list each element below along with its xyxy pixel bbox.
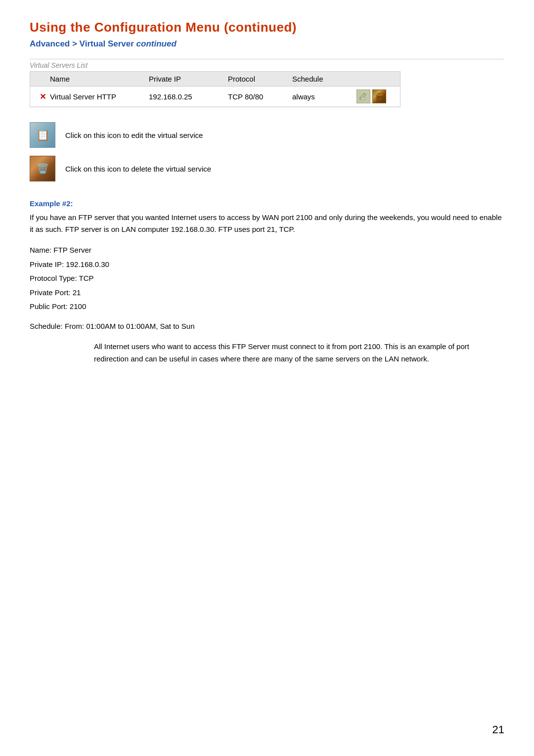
detail-name: Name: FTP Server xyxy=(30,243,504,258)
edit-icon-box xyxy=(30,122,55,148)
svg-rect-5 xyxy=(376,94,383,95)
row-actions xyxy=(356,89,386,103)
delete-icon-box xyxy=(30,156,55,181)
table-col-name: Name xyxy=(50,75,149,83)
example2-note: All Internet users who want to access th… xyxy=(94,340,504,365)
edit-icon-description: Click on this icon to edit the virtual s… xyxy=(65,131,203,139)
page-number: 21 xyxy=(492,723,504,736)
delete-action-icon[interactable] xyxy=(372,89,386,103)
row-server-name: Virtual Server HTTP xyxy=(50,92,149,101)
table-row: ✕ Virtual Server HTTP 192.168.0.25 TCP 8… xyxy=(30,87,400,107)
row-protocol: TCP 80/80 xyxy=(228,92,292,101)
edit-icon-desc-row: Click on this icon to edit the virtual s… xyxy=(30,122,504,148)
x-mark-icon: ✕ xyxy=(40,92,46,101)
table-header-row: Name Private IP Protocol Schedule xyxy=(30,72,400,87)
delete-trash-icon xyxy=(374,91,384,101)
delete-icon-large xyxy=(30,156,55,181)
detail-private-ip: Private IP: 192.168.0.30 xyxy=(30,258,504,272)
example2-section: Example #2: If you have an FTP server th… xyxy=(30,199,504,365)
row-checkbox-icon[interactable]: ✕ xyxy=(35,92,50,101)
subtitle-italic: continued xyxy=(134,39,177,48)
page-subtitle: Advanced > Virtual Server continued xyxy=(30,39,504,49)
delete-icon-desc-row: Click on this icon to delete the virtual… xyxy=(30,156,504,181)
table-col-private-ip: Private IP xyxy=(149,75,228,83)
table-col-protocol: Protocol xyxy=(228,75,292,83)
main-title: Using the Configuration Menu (continued) xyxy=(30,20,504,35)
delete-icon-description: Click on this icon to delete the virtual… xyxy=(65,165,211,173)
virtual-servers-table: Name Private IP Protocol Schedule ✕ Virt… xyxy=(30,71,400,107)
example2-schedule: Schedule: From: 01:00AM to 01:00AM, Sat … xyxy=(30,322,504,330)
row-private-ip: 192.168.0.25 xyxy=(149,92,228,101)
example2-title: Example #2: xyxy=(30,199,504,208)
table-col-schedule: Schedule xyxy=(292,75,356,83)
row-schedule: always xyxy=(292,92,356,101)
detail-private-port: Private Port: 21 xyxy=(30,286,504,300)
detail-public-port: Public Port: 2100 xyxy=(30,300,504,314)
subtitle-prefix: Advanced > Virtual Server xyxy=(30,39,134,48)
edit-pencil-icon xyxy=(359,92,368,101)
edit-icon-large xyxy=(30,122,55,148)
example2-details: Name: FTP Server Private IP: 192.168.0.3… xyxy=(30,243,504,314)
edit-action-icon[interactable] xyxy=(356,89,370,103)
section-label: Virtual Servers List xyxy=(30,59,504,69)
icon-descriptions: Click on this icon to edit the virtual s… xyxy=(30,122,504,181)
example2-body: If you have an FTP server that you wante… xyxy=(30,212,504,235)
detail-protocol-type: Protocol Type: TCP xyxy=(30,271,504,286)
